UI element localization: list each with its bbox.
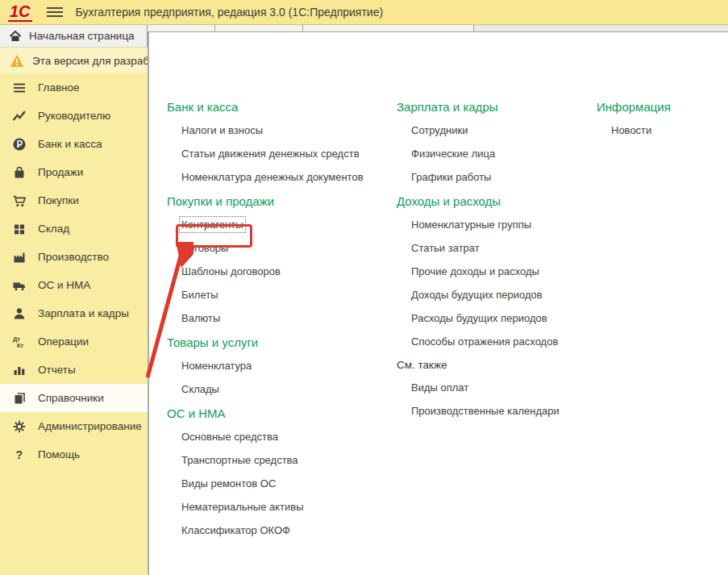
- home-icon: [9, 30, 22, 43]
- dev-version-warning-banner[interactable]: Эта версия для разработ: [0, 48, 148, 73]
- section: Доходы и расходыНоменклатурные группыСта…: [397, 194, 594, 348]
- section: Товары и услугиНоменклатураСклады: [167, 335, 386, 395]
- section-link[interactable]: Склады: [181, 383, 219, 395]
- cart-icon: [10, 194, 28, 208]
- sidebar-item-sklad[interactable]: Склад: [0, 215, 148, 243]
- bag-icon: [10, 165, 28, 180]
- factory-icon: [10, 250, 28, 265]
- section-link[interactable]: Виды ремонтов ОС: [181, 477, 276, 490]
- grid-icon: [10, 222, 28, 236]
- tab-home-label: Начальная страница: [29, 30, 135, 42]
- sidebar-item-label: Администрирование: [38, 420, 142, 432]
- ruble-icon: [10, 137, 28, 152]
- section-link[interactable]: Способы отражения расходов: [411, 335, 558, 348]
- tab-strip-divider: [214, 25, 215, 31]
- section-title: ОС и НМА: [167, 406, 386, 420]
- svg-text:Кт: Кт: [17, 342, 24, 349]
- section-title: См. также: [397, 359, 594, 371]
- tab-strip-divider: [302, 25, 303, 31]
- sidebar-item-label: Зарплата и кадры: [38, 307, 129, 319]
- section-link[interactable]: Виды оплат: [411, 381, 468, 394]
- 1c-logo-icon: 1С: [8, 2, 32, 22]
- section: ОС и НМАОсновные средстваТранспортные ср…: [167, 406, 386, 536]
- section-title: Покупки и продажи: [167, 194, 386, 208]
- warning-text: Эта версия для разработ: [32, 55, 148, 67]
- section-title: Банк и касса: [167, 100, 386, 114]
- sidebar-item-label: ОС и НМА: [38, 279, 90, 291]
- section-link[interactable]: Расходы будущих периодов: [411, 312, 547, 324]
- sidebar-item-label: Производство: [38, 251, 109, 263]
- section-link-highlighted[interactable]: Контрагенты: [181, 219, 243, 231]
- sidebar-item-prodazhi[interactable]: Продажи: [0, 158, 148, 186]
- content-column-2: Зарплата и кадрыСотрудникиФизические лиц…: [397, 100, 594, 428]
- question-icon: ?: [10, 448, 28, 462]
- section-title: Товары и услуги: [167, 335, 386, 349]
- tab-strip-divider: [473, 25, 474, 31]
- sidebar-item-otchety[interactable]: Отчеты: [0, 356, 148, 384]
- section-title: Зарплата и кадры: [397, 100, 594, 114]
- section-link[interactable]: Новости: [611, 124, 651, 136]
- references-menu-panel: Банк и кассаНалоги и взносыСтатьи движен…: [148, 32, 728, 575]
- content-column-3: ИнформацияНовости: [597, 100, 726, 148]
- books-icon: [10, 391, 28, 406]
- sidebar-item-label: Покупки: [38, 194, 79, 206]
- section-link[interactable]: Прочие доходы и расходы: [411, 265, 539, 277]
- window-tab-strip: [148, 25, 728, 32]
- tab-strip-segment: [473, 25, 728, 31]
- chart-icon: [10, 363, 28, 377]
- section-link[interactable]: Номенклатурные группы: [411, 219, 531, 231]
- sidebar-item-administrirovanie[interactable]: Администрирование: [0, 412, 148, 440]
- section: См. такжеВиды оплатПроизводственные кале…: [397, 359, 594, 417]
- sidebar-item-bank-i-kassa[interactable]: Банк и касса: [0, 130, 148, 158]
- section-link[interactable]: Номенклатура денежных документов: [181, 171, 364, 183]
- sidebar-item-pokupki[interactable]: Покупки: [0, 186, 148, 215]
- section: Банк и кассаНалоги и взносыСтатьи движен…: [167, 100, 386, 183]
- sidebar-item-operatsii[interactable]: ДтКтОперации: [0, 327, 148, 356]
- section-link[interactable]: Классификатор ОКОФ: [181, 524, 290, 536]
- section-link[interactable]: Валюты: [181, 312, 220, 324]
- person-icon: [10, 306, 28, 321]
- main-menu-icon[interactable]: [47, 5, 63, 19]
- sidebar-item-pomosch[interactable]: ?Помощь: [0, 440, 148, 469]
- section-link[interactable]: Налоги и взносы: [181, 124, 263, 136]
- section-link[interactable]: Доходы будущих периодов: [411, 289, 543, 301]
- sidebar-item-label: Помощь: [38, 448, 80, 460]
- warning-icon: [10, 54, 24, 68]
- gear-icon: [10, 419, 28, 434]
- section-link[interactable]: Транспортные средства: [181, 454, 298, 466]
- section: Покупки и продажиКонтрагентыДоговорыШабл…: [167, 194, 386, 324]
- section-link[interactable]: Номенклатура: [181, 360, 252, 372]
- section-link[interactable]: Нематериальные активы: [181, 501, 304, 513]
- dtkt-icon: ДтКт: [10, 335, 28, 349]
- section: Зарплата и кадрыСотрудникиФизические лиц…: [397, 100, 594, 183]
- sidebar-item-os-i-nma[interactable]: ОС и НМА: [0, 271, 148, 299]
- menu-icon: [10, 81, 28, 95]
- sidebar-item-proizvodstvo[interactable]: Производство: [0, 243, 148, 271]
- svg-text:?: ?: [16, 448, 23, 461]
- sidebar-nav: ГлавноеРуководителюБанк и кассаПродажиПо…: [0, 73, 148, 575]
- section-link[interactable]: Производственные календари: [411, 405, 560, 417]
- sidebar-item-zarplata-i-kadry[interactable]: Зарплата и кадры: [0, 299, 148, 327]
- section-link[interactable]: Основные средства: [181, 431, 278, 443]
- section-link[interactable]: Шаблоны договоров: [181, 265, 281, 277]
- sidebar-item-label: Руководителю: [38, 110, 110, 122]
- section-link[interactable]: Физические лица: [411, 148, 495, 160]
- section-title: Информация: [597, 100, 726, 114]
- title-bar: 1С Бухгалтерия предприятия, редакция 3.0…: [0, 0, 728, 25]
- section-link[interactable]: Статьи затрат: [411, 242, 480, 254]
- sidebar-item-glavnoe[interactable]: Главное: [0, 73, 148, 102]
- sidebar-item-label: Банк и касса: [38, 138, 102, 150]
- section-link[interactable]: Договоры: [181, 242, 228, 254]
- sidebar-item-label: Склад: [38, 223, 69, 235]
- section-link[interactable]: Сотрудники: [411, 124, 468, 136]
- tab-home-page[interactable]: Начальная страница: [0, 25, 148, 48]
- section-title: Доходы и расходы: [397, 194, 594, 208]
- section-link[interactable]: Статьи движения денежных средств: [181, 148, 360, 160]
- sidebar-item-rukovoditelyu[interactable]: Руководителю: [0, 102, 148, 130]
- sidebar-item-label: Операции: [38, 335, 89, 348]
- sidebar-item-spravochniki[interactable]: Справочники: [0, 384, 148, 412]
- section-link[interactable]: Билеты: [181, 289, 218, 301]
- truck-icon: [10, 278, 28, 293]
- section-link[interactable]: Графики работы: [411, 171, 491, 183]
- app-window: 1С Бухгалтерия предприятия, редакция 3.0…: [0, 0, 728, 575]
